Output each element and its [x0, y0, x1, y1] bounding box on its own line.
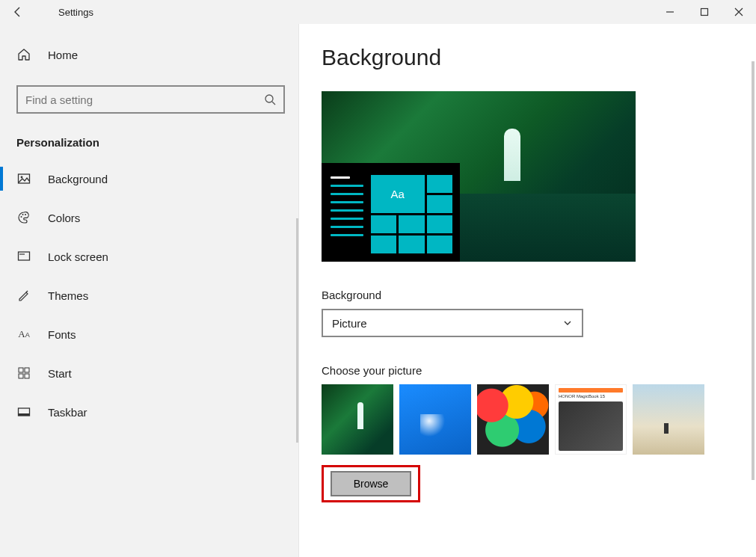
- sidebar-item-themes[interactable]: Themes: [0, 276, 298, 315]
- sidebar-item-colors[interactable]: Colors: [0, 198, 298, 237]
- preview-start-list: [331, 175, 363, 253]
- choose-picture-label: Choose your picture: [322, 364, 756, 377]
- fonts-icon: AA: [16, 327, 31, 342]
- sidebar-item-fonts[interactable]: AA Fonts: [0, 315, 298, 354]
- taskbar-icon: [16, 404, 31, 419]
- sidebar-item-label: Themes: [48, 289, 88, 302]
- svg-point-5: [22, 214, 24, 215]
- search-icon: [264, 93, 276, 105]
- svg-rect-10: [19, 374, 23, 378]
- svg-point-6: [25, 214, 26, 215]
- lockscreen-icon: [16, 249, 31, 264]
- sidebar-scrollbar[interactable]: [296, 218, 298, 443]
- main-content: Background Aa: [299, 24, 756, 557]
- preview-start-taskbar: Aa: [322, 163, 460, 262]
- svg-rect-0: [701, 9, 708, 16]
- svg-rect-13: [19, 413, 30, 416]
- close-button[interactable]: [722, 0, 756, 24]
- background-type-select[interactable]: Picture: [322, 309, 583, 337]
- minimize-icon: [666, 7, 674, 16]
- picture-thumb-4[interactable]: HONOR MagicBook 15: [555, 384, 627, 455]
- window-controls: [653, 0, 756, 24]
- svg-rect-8: [19, 368, 23, 372]
- svg-rect-7: [19, 252, 30, 260]
- maximize-icon: [700, 7, 709, 16]
- picture-thumb-5[interactable]: [633, 384, 704, 455]
- svg-point-3: [21, 176, 23, 179]
- picture-icon: [16, 171, 31, 186]
- window-title: Settings: [58, 7, 93, 18]
- sidebar-item-label: Lock screen: [48, 250, 108, 263]
- page-title: Background: [322, 45, 756, 70]
- search-input-wrapper[interactable]: [16, 85, 285, 114]
- background-type-label: Background: [322, 289, 756, 301]
- sidebar-item-home[interactable]: Home: [0, 37, 298, 72]
- sidebar-item-label: Colors: [48, 212, 80, 224]
- picture-thumbnails: HONOR MagicBook 15: [322, 384, 756, 455]
- sidebar: Home Personalization Background Colors: [0, 24, 299, 557]
- sidebar-item-lockscreen[interactable]: Lock screen: [0, 237, 298, 276]
- browse-button-label: Browse: [354, 478, 389, 490]
- sidebar-item-label: Start: [48, 367, 72, 380]
- maximize-button[interactable]: [687, 0, 722, 24]
- themes-icon: [16, 288, 31, 303]
- sidebar-item-background[interactable]: Background: [0, 159, 298, 198]
- start-icon: [16, 366, 31, 381]
- main-scrollbar[interactable]: [752, 61, 755, 480]
- sidebar-item-start[interactable]: Start: [0, 354, 298, 393]
- desktop-preview: Aa: [322, 91, 636, 262]
- sidebar-item-label: Taskbar: [48, 406, 87, 419]
- home-icon: [16, 47, 31, 62]
- body: Home Personalization Background Colors: [0, 24, 756, 557]
- sidebar-item-label: Fonts: [48, 328, 76, 341]
- preview-start-tiles: Aa: [371, 175, 452, 253]
- settings-window: Settings Home Pers: [0, 0, 756, 557]
- arrow-left-icon: [12, 6, 24, 18]
- sidebar-category: Personalization: [0, 114, 298, 159]
- picture-thumb-1[interactable]: [322, 384, 393, 455]
- svg-point-1: [265, 95, 273, 102]
- picture-thumb-3[interactable]: [477, 384, 549, 455]
- sidebar-item-label: Background: [48, 173, 108, 185]
- search-input[interactable]: [25, 93, 264, 106]
- browse-highlight-annotation: Browse: [322, 465, 420, 502]
- browse-button[interactable]: Browse: [331, 471, 411, 496]
- svg-point-4: [21, 216, 22, 218]
- select-value: Picture: [332, 317, 367, 330]
- picture-thumb-2[interactable]: [399, 384, 471, 455]
- title-bar: Settings: [0, 0, 756, 24]
- palette-icon: [16, 210, 31, 225]
- svg-rect-11: [25, 374, 29, 378]
- close-icon: [734, 7, 743, 16]
- svg-rect-9: [25, 368, 29, 372]
- preview-sample-tile: Aa: [371, 175, 425, 213]
- sidebar-item-label: Home: [48, 49, 78, 61]
- back-button[interactable]: [0, 0, 36, 24]
- sidebar-item-taskbar[interactable]: Taskbar: [0, 393, 298, 431]
- minimize-button[interactable]: [653, 0, 687, 24]
- chevron-down-icon: [562, 318, 573, 328]
- search-container: [16, 85, 285, 114]
